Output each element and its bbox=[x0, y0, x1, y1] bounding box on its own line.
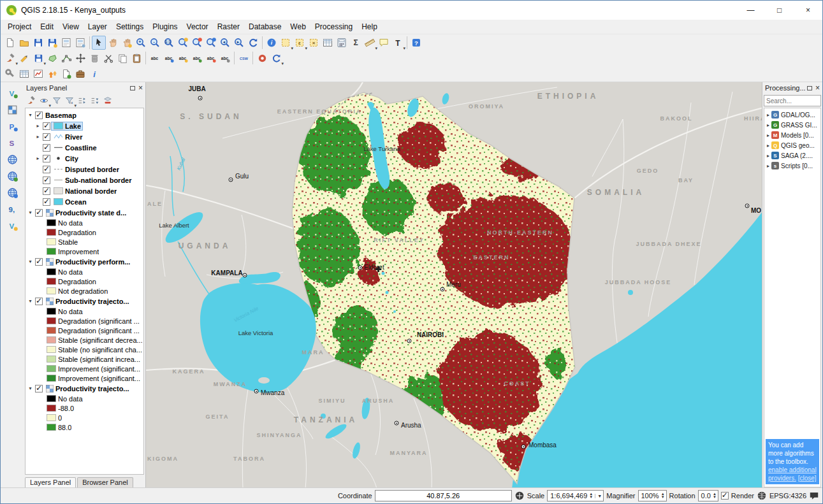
deselect-features-button[interactable]: × bbox=[307, 36, 321, 50]
menu-layer[interactable]: Layer bbox=[84, 21, 112, 32]
processing-search-input[interactable] bbox=[764, 95, 821, 106]
expander-icon[interactable]: ▸ bbox=[34, 155, 41, 161]
profile-tool-button[interactable] bbox=[31, 67, 45, 81]
project-briefcase-button[interactable] bbox=[73, 67, 87, 81]
text-annotation-dropdown-caret[interactable]: ▾ bbox=[403, 46, 405, 51]
pan-map-button[interactable] bbox=[106, 36, 120, 50]
layer-item-productivity-trajecto[interactable]: ▾Productivity trajecto... bbox=[25, 383, 143, 394]
provider-gdal-og[interactable]: ▸GGDAL/OG... bbox=[764, 110, 820, 120]
visibility-checkbox[interactable] bbox=[35, 298, 43, 305]
menu-processing[interactable]: Processing bbox=[310, 21, 357, 32]
zoom-to-selection-button[interactable] bbox=[190, 36, 204, 50]
layer-labeling-options-button[interactable]: abc bbox=[148, 51, 162, 65]
add-wcs-layer-button[interactable] bbox=[5, 169, 19, 183]
processing-button-button[interactable] bbox=[255, 51, 269, 65]
open-layer-styling-button[interactable] bbox=[25, 94, 38, 107]
provider-qgis-geo[interactable]: ▸QQGIS geo... bbox=[764, 140, 820, 150]
legend-item-stable-no-significant-cha[interactable]: Stable (no significant cha... bbox=[25, 345, 143, 354]
redo-undo-button[interactable]: ▾ bbox=[269, 51, 283, 65]
collapse-all-button[interactable] bbox=[89, 94, 101, 107]
layer-item-river[interactable]: ▸River bbox=[25, 131, 143, 142]
menu-view[interactable]: View bbox=[58, 21, 84, 32]
scale-combo[interactable]: 1:6,694,469 ▲▼ ▼ bbox=[547, 490, 604, 501]
expander-icon[interactable]: ▸ bbox=[765, 163, 771, 169]
messages-icon[interactable] bbox=[809, 491, 819, 501]
add-vector-layer-button[interactable]: V bbox=[5, 86, 19, 100]
copy-features-button[interactable] bbox=[115, 51, 129, 65]
visibility-checkbox[interactable] bbox=[35, 112, 43, 119]
legend-item-88-0[interactable]: 88.0 bbox=[25, 422, 143, 432]
expand-all-button[interactable] bbox=[76, 94, 89, 107]
cut-features-button[interactable] bbox=[101, 51, 115, 65]
new-project-button[interactable] bbox=[3, 36, 17, 50]
legend-item-improvement-significant[interactable]: Improvement (significant... bbox=[25, 373, 143, 383]
layer-item-ocean[interactable]: Ocean bbox=[25, 196, 143, 207]
zoom-next-button[interactable]: ▸ bbox=[232, 36, 246, 50]
layer-item-sub-national-border[interactable]: Sub-national border bbox=[25, 175, 143, 185]
filter-by-expression-button[interactable]: ε▾ bbox=[63, 94, 76, 107]
touch-zoom-pan-button[interactable] bbox=[92, 36, 106, 50]
label-pin-unpin-button[interactable]: abc bbox=[162, 51, 176, 65]
expander-icon[interactable]: ▸ bbox=[765, 112, 771, 118]
legend-item-no-data[interactable]: No data bbox=[25, 218, 143, 227]
provider-grass-gi[interactable]: ▸GGRASS GI... bbox=[764, 120, 820, 130]
add-postgis-layer-button[interactable]: P bbox=[5, 119, 19, 133]
legend-item-degradation-significant[interactable]: Degradation (significant ... bbox=[25, 316, 143, 326]
zoom-last-button[interactable]: ◂ bbox=[218, 36, 232, 50]
add-wms-layer-button[interactable] bbox=[5, 152, 19, 166]
zoom-to-layer-button[interactable] bbox=[204, 36, 218, 50]
open-attribute-table-button[interactable] bbox=[321, 36, 335, 50]
tab-browser-panel[interactable]: Browser Panel bbox=[77, 477, 133, 487]
label-rotate-button[interactable]: abc bbox=[204, 51, 218, 65]
magnifier-spinner[interactable]: 100% ▲▼ bbox=[638, 490, 667, 501]
visibility-checkbox[interactable] bbox=[43, 155, 50, 162]
legend-item-degradation[interactable]: Degradation bbox=[25, 227, 143, 237]
legend-item-no-data[interactable]: No data bbox=[25, 306, 143, 316]
attribute-grid-button[interactable] bbox=[17, 67, 31, 81]
move-feature-button[interactable] bbox=[73, 51, 87, 65]
visibility-checkbox[interactable] bbox=[35, 258, 43, 266]
legend-item-degradation[interactable]: Degradation bbox=[25, 277, 143, 286]
new-print-composer-button[interactable] bbox=[59, 36, 73, 50]
metasearch-csw-button[interactable]: CSW bbox=[237, 51, 251, 65]
add-delimited-text-layer-button[interactable]: 9, bbox=[5, 202, 19, 216]
expander-icon[interactable]: ▾ bbox=[27, 112, 34, 118]
filter-legend-button[interactable] bbox=[50, 94, 63, 107]
menu-help[interactable]: Help bbox=[357, 21, 382, 32]
menu-settings[interactable]: Settings bbox=[112, 21, 148, 32]
settings-tool-button[interactable] bbox=[3, 67, 17, 81]
refresh-map-button[interactable] bbox=[246, 36, 260, 50]
zoom-in-button[interactable]: + bbox=[134, 36, 148, 50]
composer-manager-button[interactable] bbox=[73, 36, 87, 50]
zoom-native-button[interactable]: 1:1 bbox=[162, 36, 176, 50]
visibility-checkbox[interactable] bbox=[43, 133, 50, 141]
dock-close-icon[interactable]: × bbox=[138, 84, 143, 92]
expander-icon[interactable]: ▾ bbox=[27, 385, 34, 391]
add-feature-button[interactable] bbox=[45, 51, 59, 65]
add-spatialite-layer-button[interactable]: S bbox=[5, 136, 19, 150]
close-button[interactable]: × bbox=[794, 1, 822, 20]
label-properties-button[interactable]: abc bbox=[218, 51, 232, 65]
identify-features-button[interactable]: i bbox=[265, 36, 279, 50]
toggle-editing-button[interactable] bbox=[17, 51, 31, 65]
layer-item-lake[interactable]: ▸Lake bbox=[25, 120, 143, 131]
magnifier-spin-arrows[interactable]: ▲▼ bbox=[661, 493, 665, 499]
rotation-spinner[interactable]: 0.0 ▲▼ bbox=[698, 490, 718, 501]
field-calculator-button[interactable] bbox=[335, 36, 349, 50]
new-shapefile-layer-button[interactable]: V bbox=[5, 219, 19, 233]
manage-layer-visibility-button[interactable]: ▾ bbox=[38, 94, 50, 107]
menu-database[interactable]: Database bbox=[244, 21, 286, 32]
dock-float-icon[interactable] bbox=[807, 86, 812, 90]
visibility-checkbox[interactable] bbox=[43, 198, 50, 206]
menu-plugins[interactable]: Plugins bbox=[148, 21, 182, 32]
scale-dropdown-caret[interactable]: ▼ bbox=[595, 494, 602, 498]
maximize-button[interactable]: □ bbox=[765, 1, 794, 20]
layer-item-disputed-border[interactable]: Disputed border bbox=[25, 164, 143, 175]
legend-item-no-data[interactable]: No data bbox=[25, 267, 143, 277]
extents-toggle-icon[interactable] bbox=[514, 491, 525, 501]
legend-item-degradation-significant[interactable]: Degradation (significant ... bbox=[25, 326, 143, 335]
redo-undo-dropdown-caret[interactable]: ▾ bbox=[281, 61, 284, 66]
export-page-button[interactable] bbox=[59, 67, 73, 81]
label-highlight-button[interactable]: abc bbox=[176, 51, 190, 65]
upload-tool-button[interactable] bbox=[45, 67, 59, 81]
